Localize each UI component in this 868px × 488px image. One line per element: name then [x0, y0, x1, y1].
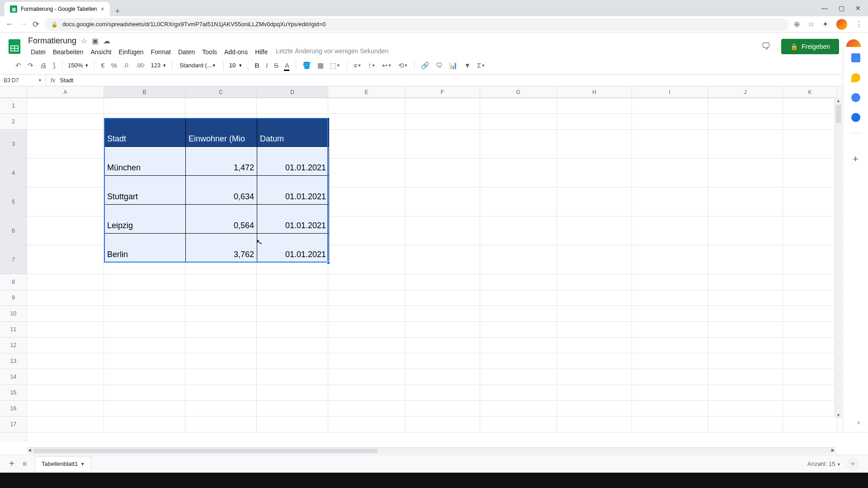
cell[interactable]	[480, 353, 557, 369]
cell[interactable]	[185, 306, 257, 321]
cell[interactable]	[257, 290, 328, 305]
menu-hilfe[interactable]: Hilfe	[252, 47, 270, 56]
menu-format[interactable]: Format	[148, 47, 174, 56]
row-header[interactable]: 17	[0, 417, 27, 432]
text-color-icon[interactable]: A	[282, 59, 292, 72]
cell[interactable]	[104, 322, 185, 337]
cell[interactable]	[632, 338, 708, 353]
cell[interactable]	[27, 188, 104, 216]
cell[interactable]	[185, 385, 257, 400]
insert-chart-icon[interactable]: 📊	[446, 59, 460, 72]
table-header-datum[interactable]: Datum	[257, 118, 329, 146]
row-header[interactable]: 4	[0, 159, 27, 188]
cell[interactable]	[708, 322, 783, 337]
cell[interactable]	[783, 274, 837, 290]
cell[interactable]	[783, 98, 837, 113]
cell[interactable]	[185, 290, 257, 305]
close-tab-icon[interactable]: ×	[101, 5, 104, 13]
cell[interactable]	[708, 353, 783, 369]
cell[interactable]	[557, 216, 632, 245]
column-headers[interactable]: ABCDEFGHIJK	[27, 86, 868, 98]
row-header[interactable]: 14	[0, 369, 27, 385]
table-cell[interactable]: 01.01.2021	[257, 147, 329, 175]
cell[interactable]	[708, 216, 783, 245]
cell[interactable]	[557, 159, 632, 187]
vertical-scrollbar[interactable]: ▲ ▼	[835, 98, 842, 418]
cell[interactable]	[104, 98, 185, 113]
cell[interactable]	[708, 245, 783, 274]
cell[interactable]	[632, 114, 708, 129]
cell[interactable]	[328, 114, 405, 129]
cell[interactable]	[632, 290, 708, 305]
sheet-tab[interactable]: Tabellenblatt1 ▼	[35, 456, 91, 471]
cell[interactable]	[257, 417, 328, 432]
cell[interactable]	[557, 290, 632, 305]
cell[interactable]	[405, 130, 480, 158]
cell[interactable]	[632, 188, 708, 216]
cell[interactable]	[328, 188, 405, 216]
column-header[interactable]: B	[104, 86, 185, 98]
cell[interactable]	[632, 417, 708, 432]
star-icon[interactable]: ☆	[808, 20, 814, 28]
cell[interactable]	[328, 322, 405, 337]
column-header[interactable]: I	[632, 86, 708, 98]
cell[interactable]	[708, 417, 783, 432]
cell[interactable]	[557, 401, 632, 416]
cell[interactable]	[27, 98, 104, 113]
cell[interactable]	[104, 290, 185, 305]
cell[interactable]	[632, 322, 708, 337]
cell[interactable]	[27, 274, 104, 290]
cell[interactable]	[708, 274, 783, 290]
table-cell[interactable]: 0,564	[186, 205, 257, 233]
cell[interactable]	[27, 159, 104, 187]
column-header[interactable]: C	[185, 86, 257, 98]
cell[interactable]	[185, 322, 257, 337]
cell[interactable]	[708, 114, 783, 129]
cell[interactable]	[185, 417, 257, 432]
cloud-status-icon[interactable]: ☁	[103, 37, 110, 45]
cell[interactable]	[27, 306, 104, 321]
cell[interactable]	[480, 417, 557, 432]
cell[interactable]	[632, 216, 708, 245]
v-align-icon[interactable]: ⫶ ▼	[365, 59, 378, 72]
cell[interactable]	[783, 385, 837, 400]
table-cell[interactable]: Stuttgart	[104, 176, 186, 204]
menu-addons[interactable]: Add-ons	[222, 47, 250, 56]
cell[interactable]	[328, 274, 405, 290]
last-edit-text[interactable]: Letzte Änderung vor wenigen Sekunden	[276, 47, 388, 56]
cell[interactable]	[104, 401, 185, 416]
table-row[interactable]: Berlin3,76201.01.2021	[104, 234, 329, 263]
column-header[interactable]: E	[328, 86, 405, 98]
cell[interactable]	[783, 159, 837, 187]
table-cell[interactable]: Leipzig	[104, 205, 186, 233]
bold-icon[interactable]: B	[252, 59, 262, 72]
cell[interactable]	[27, 401, 104, 416]
cell[interactable]	[632, 401, 708, 416]
column-header[interactable]: J	[708, 86, 783, 98]
cell[interactable]	[783, 353, 837, 369]
tasks-icon[interactable]	[851, 93, 860, 102]
hide-sidepanel-icon[interactable]: ›	[858, 418, 860, 427]
table-cell[interactable]: 1,472	[186, 147, 257, 175]
cell[interactable]	[27, 417, 104, 432]
cell[interactable]	[480, 130, 557, 158]
cell[interactable]	[185, 401, 257, 416]
cell[interactable]	[257, 369, 328, 385]
sheets-logo-icon[interactable]	[5, 38, 24, 56]
row-header[interactable]: 10	[0, 306, 27, 322]
undo-icon[interactable]: ↶	[13, 59, 24, 72]
cell[interactable]	[27, 216, 104, 245]
row-header[interactable]: 6	[0, 216, 27, 245]
cell[interactable]	[632, 369, 708, 385]
cell[interactable]	[557, 385, 632, 400]
cell[interactable]	[405, 216, 480, 245]
cell[interactable]	[480, 306, 557, 321]
cell[interactable]	[328, 159, 405, 187]
cell[interactable]	[104, 306, 185, 321]
explore-icon[interactable]: ✧	[846, 458, 859, 470]
cell[interactable]	[27, 245, 104, 274]
cell[interactable]	[708, 290, 783, 305]
number-format-dropdown[interactable]: 123▼	[149, 60, 169, 70]
cell[interactable]	[405, 353, 480, 369]
table-cell[interactable]: 01.01.2021	[257, 176, 329, 204]
